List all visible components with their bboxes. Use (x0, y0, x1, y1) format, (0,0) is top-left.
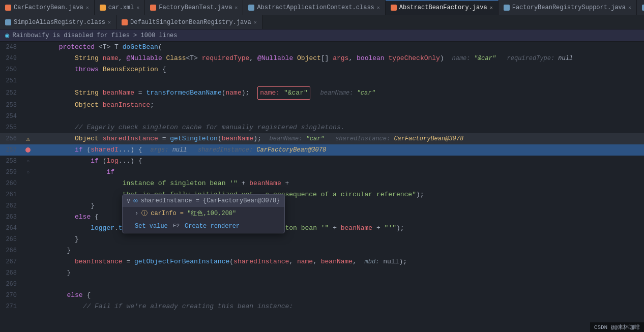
tab-defaultsingleton[interactable]: DefaultSingletonBeanRegistry.java ✕ (116, 15, 262, 29)
line-number: 251 (0, 77, 23, 84)
collapse-icon[interactable]: ∨ (127, 197, 130, 205)
line-content: throws BeansException { (33, 64, 644, 75)
xml-icon (100, 5, 106, 11)
folding-mark[interactable]: ○ (26, 170, 30, 175)
line-content: } (33, 234, 644, 245)
set-value-key: F2 (173, 223, 180, 230)
tab-abstractautowire[interactable]: AbstractAutowireCapableBeanF... ✕ (637, 0, 644, 15)
line-content (33, 111, 644, 122)
java-icon (391, 5, 397, 11)
code-line-269: 269 (0, 279, 644, 290)
code-line-253: 253 Object beanInstance; (0, 100, 644, 111)
line-content: if (sharedI...) { args: null sharedInsta… (33, 144, 644, 156)
tab-factorybeanregistry[interactable]: FactoryBeanRegistrySupport.java ✕ (499, 0, 637, 15)
debug-child-label: carInfo = "红色,100,200" (151, 209, 236, 218)
line-content (33, 279, 644, 290)
class-icon (5, 19, 11, 25)
code-line-256: 256 ⚠ Object sharedInstance = getSinglet… (0, 133, 644, 144)
tab-label: FactoryBeanTest.java (159, 4, 232, 11)
line-number: 271 (0, 303, 23, 310)
tab-label: SimpleAliasRegistry.class (14, 19, 105, 26)
tab-label: DefaultSingletonBeanRegistry.java (130, 19, 251, 26)
close-icon[interactable]: ✕ (86, 5, 89, 11)
line-number: 262 (0, 202, 23, 209)
code-line-267: 267 beanInstance = getObjectForBeanInsta… (0, 256, 644, 267)
bottom-bar: CSDN @@来杯咖啡 (590, 322, 644, 332)
line-number: 256 (0, 135, 23, 142)
code-line-263: 263 else { (0, 212, 644, 223)
close-icon[interactable]: ✕ (628, 5, 631, 11)
line-content (33, 75, 644, 86)
code-line-255: 255 // Eagerly check singleton cache for… (0, 122, 644, 133)
close-icon[interactable]: ✕ (108, 19, 111, 25)
class-icon (504, 5, 510, 11)
line-content: String name, @Nullable Class<T> required… (33, 53, 644, 64)
line-number: 248 (0, 44, 23, 51)
code-line-254: 254 (0, 111, 644, 122)
code-line-266: 266 } (0, 245, 644, 256)
close-icon[interactable]: ✕ (235, 5, 238, 11)
code-line-262: 262 } (0, 200, 644, 212)
code-line-258: 258 ○ if (log...) { (0, 156, 644, 167)
line-content: instance of singleton bean '" + beanName… (33, 178, 644, 189)
line-content: protected <T> T doGetBean( (33, 42, 644, 53)
line-number: 257 (0, 146, 23, 154)
line-content: else { (33, 290, 644, 301)
code-line-270: 270 else { (0, 290, 644, 301)
code-line-271: 271 // Fail if we're already creating th… (0, 301, 644, 312)
tab-abstractappcontext[interactable]: AbstractApplicationContext.class ✕ (243, 0, 385, 15)
line-content: } (33, 245, 644, 256)
line-number: 270 (0, 292, 23, 299)
set-value-button[interactable]: Set value (135, 223, 168, 230)
debug-popup: ∨ ∞ sharedInstance = {CarFactoryBean@307… (122, 194, 285, 233)
tab-bar-2: SimpleAliasRegistry.class ✕ DefaultSingl… (0, 15, 644, 29)
tab-label: FactoryBeanRegistrySupport.java (512, 4, 626, 11)
line-number: 266 (0, 247, 23, 254)
line-content: Object beanInstance; (33, 100, 644, 111)
line-content: if (log...) { (33, 156, 644, 167)
code-line-251: 251 (0, 75, 644, 86)
code-line-250: 250 throws BeansException { (0, 64, 644, 75)
line-content: String beanName = transformedBeanName(na… (33, 86, 644, 100)
code-line-268: 268 } (0, 267, 644, 279)
java-icon (5, 5, 11, 11)
tab-car-xml[interactable]: car.xml ✕ (95, 0, 145, 15)
gutter-258: ○ (23, 159, 33, 164)
close-icon[interactable]: ✕ (490, 5, 493, 11)
gutter-259: ○ (23, 170, 33, 175)
line-number: 263 (0, 214, 23, 221)
close-icon[interactable]: ✕ (377, 5, 380, 11)
infinity-icon: ∞ (133, 197, 137, 205)
line-number: 269 (0, 281, 23, 288)
annotation-name: name: "&car" (257, 86, 310, 100)
tab-abstractbeanfactory[interactable]: AbstractBeanFactory.java ✕ (386, 0, 499, 15)
tab-factorybeantest[interactable]: FactoryBeanTest.java ✕ (145, 0, 243, 15)
line-number: 265 (0, 236, 23, 243)
close-icon[interactable]: ✕ (136, 5, 139, 11)
code-line-265: 265 } (0, 234, 644, 245)
line-number: 254 (0, 113, 23, 120)
code-line-259: 259 ○ if (0, 167, 644, 178)
line-content: beanInstance = getObjectForBeanInstance(… (33, 256, 644, 267)
tab-bar-1: CarFactoryBean.java ✕ car.xml ✕ FactoryB… (0, 0, 644, 15)
code-line-249: 249 String name, @Nullable Class<T> requ… (0, 53, 644, 64)
tab-simplealias[interactable]: SimpleAliasRegistry.class ✕ (0, 15, 116, 29)
expand-icon[interactable]: › (135, 210, 138, 217)
code-area: 248 protected <T> T doGetBean( 249 Strin… (0, 42, 644, 332)
code-lines: 248 protected <T> T doGetBean( 249 Strin… (0, 42, 644, 312)
tab-carfactorybean[interactable]: CarFactoryBean.java ✕ (0, 0, 95, 15)
info-icon: ⓘ (141, 209, 148, 218)
line-number: 260 (0, 180, 23, 187)
debug-actions: Set value F2 Create renderer (123, 220, 284, 233)
info-text: Rainbowify is disabled for files > 1000 … (12, 32, 177, 39)
create-renderer-button[interactable]: Create renderer (185, 223, 240, 230)
close-icon[interactable]: ✕ (254, 19, 257, 25)
tab-label: car.xml (108, 4, 134, 11)
java-icon (150, 5, 156, 11)
line-number: 268 (0, 269, 23, 277)
gutter-256: ⚠ (23, 135, 33, 143)
folding-mark[interactable]: ○ (26, 159, 30, 164)
line-number: 252 (0, 89, 23, 97)
line-number: 258 (0, 158, 23, 165)
line-number: 253 (0, 102, 23, 109)
